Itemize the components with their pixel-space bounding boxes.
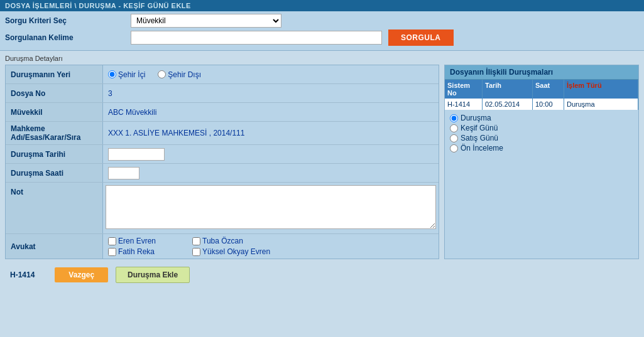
durusma-ekle-button[interactable]: Duruşma Ekle xyxy=(116,267,190,283)
bottom-bar: H-1414 Vazgeç Duruşma Ekle xyxy=(5,263,639,287)
satis-gunu-radio[interactable] xyxy=(450,134,458,142)
mahkeme-row: Mahkeme Adı/Esas/Karar/Sıra XXX 1. ASLİY… xyxy=(6,122,439,145)
durusma-saati-value xyxy=(103,164,439,182)
on-inceleme-option[interactable]: Ön İnceleme xyxy=(450,144,633,152)
not-row: Not xyxy=(6,183,439,234)
on-inceleme-radio[interactable] xyxy=(450,144,458,152)
avukat-row: Avukat Eren Evren Tuba Özcan Fatih Reka xyxy=(6,234,439,259)
muvekkil-row: Müvekkil ABC Müvekkili xyxy=(6,103,439,122)
durusma-yeri-label: Duruşmanın Yeri xyxy=(6,65,103,83)
sorgula-button[interactable]: SORGULA xyxy=(388,29,454,46)
sehir-ici-radio[interactable] xyxy=(108,70,116,78)
sehir-disi-option[interactable]: Şehir Dışı xyxy=(158,70,201,79)
left-form: Duruşmanın Yeri Şehir İçi Şehir Dışı Dos… xyxy=(5,65,439,259)
not-textarea[interactable] xyxy=(106,185,436,229)
title-bar: DOSYA İŞLEMLERİ \ DURUŞMA - KEŞİF GÜNÜ E… xyxy=(0,0,644,11)
hearing-types: Duruşma Keşif Günü Satış Günü Ön İncelem… xyxy=(445,110,638,158)
avukat-eren-evren[interactable]: Eren Evren xyxy=(108,237,186,245)
not-label: Not xyxy=(6,183,103,233)
sehir-disi-radio[interactable] xyxy=(158,70,166,78)
dosya-no-row: Dosya No 3 xyxy=(6,84,439,103)
mahkeme-value: XXX 1. ASLİYE MAHKEMESİ , 2014/111 xyxy=(103,126,439,140)
durusma-yeri-options: Şehir İçi Şehir Dışı xyxy=(103,67,206,83)
durusma-tarihi-label: Duruşma Tarihi xyxy=(6,145,103,163)
two-col-layout: Duruşmanın Yeri Şehir İçi Şehir Dışı Dos… xyxy=(5,65,639,259)
durusma-type-radio[interactable] xyxy=(450,114,458,122)
durusma-tarihi-row: Duruşma Tarihi xyxy=(6,145,439,164)
sorgulanan-kelime-input[interactable] xyxy=(131,31,382,45)
vazgec-button[interactable]: Vazgeç xyxy=(55,267,108,282)
avukat-yuksel-okyay-evren-checkbox[interactable] xyxy=(192,248,200,256)
durusma-type-option[interactable]: Duruşma xyxy=(450,114,633,122)
dosya-no-value: 3 xyxy=(103,87,439,100)
not-value xyxy=(103,183,439,233)
avukat-label: Avukat xyxy=(6,234,103,259)
sorgu-kriteri-row: Sorgu Kriteri Seç Müvekkil Dosya No Mahk… xyxy=(5,14,639,28)
muvekkil-value: ABC Müvekkili xyxy=(103,105,439,119)
avukat-tuba-ozcan[interactable]: Tuba Özcan xyxy=(192,237,270,245)
satis-gunu-option[interactable]: Satış Günü xyxy=(450,134,633,142)
kesif-gunu-option[interactable]: Keşif Günü xyxy=(450,124,633,132)
durusma-tarihi-value xyxy=(103,146,439,163)
section-title: Duruşma Detayları xyxy=(5,55,639,62)
kesif-gunu-radio[interactable] xyxy=(450,124,458,132)
sorgulanan-kelime-row: Sorgulanan Kelime SORGULA xyxy=(5,29,639,46)
table-row[interactable]: H-1414 02.05.2014 10:00 Duruşma xyxy=(445,99,638,110)
avukat-fatih-reka-checkbox[interactable] xyxy=(108,248,116,256)
avukat-tuba-ozcan-checkbox[interactable] xyxy=(192,237,200,245)
sorgulanan-kelime-label: Sorgulanan Kelime xyxy=(5,33,131,42)
avukat-yuksel-okyay-evren[interactable]: Yüksel Okyay Evren xyxy=(192,247,270,256)
avukat-fatih-reka[interactable]: Fatih Reka xyxy=(108,247,186,256)
durusma-saati-input[interactable] xyxy=(108,167,139,179)
main-content: Duruşma Detayları Duruşmanın Yeri Şehir … xyxy=(0,51,644,337)
table-header: Sistem No Tarih Saat İşlem Türü xyxy=(445,80,638,99)
sorgu-kriteri-select[interactable]: Müvekkil Dosya No Mahkeme xyxy=(131,14,281,28)
bottom-id: H-1414 xyxy=(10,270,35,279)
right-panel-title: Dosyanın İlişkili Duruşmaları xyxy=(445,65,638,80)
durusma-saati-row: Duruşma Saati xyxy=(6,164,439,183)
search-area: Sorgu Kriteri Seç Müvekkil Dosya No Mahk… xyxy=(0,11,644,51)
muvekkil-label: Müvekkil xyxy=(6,103,103,121)
avukat-checkboxes: Eren Evren Tuba Özcan Fatih Reka Yüksel … xyxy=(103,234,275,259)
sorgu-kriteri-label: Sorgu Kriteri Seç xyxy=(5,16,131,25)
durusma-tarihi-input[interactable] xyxy=(108,148,165,161)
right-panel: Dosyanın İlişkili Duruşmaları Sistem No … xyxy=(444,65,639,259)
mahkeme-label: Mahkeme Adı/Esas/Karar/Sıra xyxy=(6,122,103,144)
durusma-yeri-row: Duruşmanın Yeri Şehir İçi Şehir Dışı xyxy=(6,65,439,84)
avukat-eren-evren-checkbox[interactable] xyxy=(108,237,116,245)
durusma-saati-label: Duruşma Saati xyxy=(6,164,103,182)
sehir-ici-option[interactable]: Şehir İçi xyxy=(108,70,145,79)
dosya-no-label: Dosya No xyxy=(6,84,103,102)
